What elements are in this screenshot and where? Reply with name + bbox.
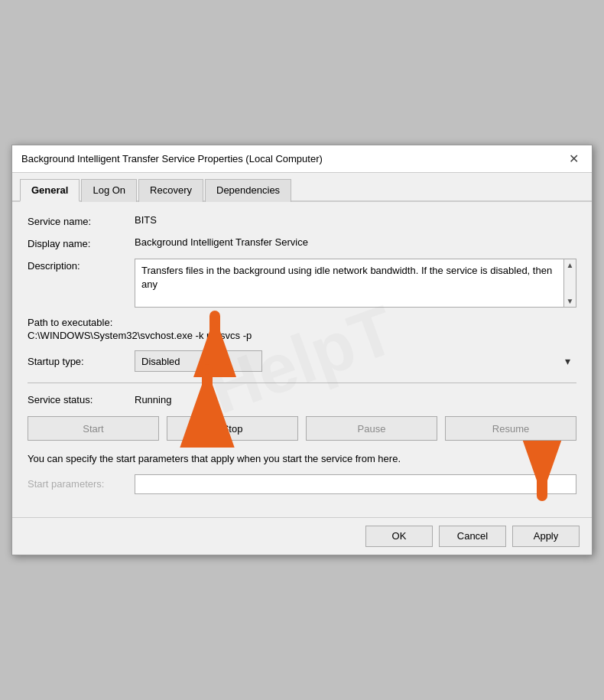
- scroll-down-arrow[interactable]: ▼: [567, 297, 574, 305]
- dialog-content: HelpT Service name: BITS Display name: B…: [12, 202, 592, 517]
- tab-general[interactable]: General: [20, 179, 80, 202]
- hint-text: You can specify the start parameters tha…: [28, 451, 576, 467]
- bottom-bar: OK Cancel Apply: [12, 517, 592, 555]
- display-name-label: Display name:: [28, 236, 135, 249]
- tab-recovery[interactable]: Recovery: [138, 179, 203, 202]
- display-name-row: Display name: Background Intelligent Tra…: [28, 236, 576, 249]
- cancel-button[interactable]: Cancel: [439, 526, 506, 547]
- description-row: Description: Transfers files in the back…: [28, 259, 576, 308]
- resume-button[interactable]: Resume: [445, 416, 576, 441]
- service-control-buttons: Start Stop Pause Resume: [28, 416, 576, 441]
- service-status-row: Service status: Running: [28, 394, 576, 405]
- scroll-up-arrow[interactable]: ▲: [567, 261, 574, 269]
- general-tab-content: Service name: BITS Display name: Backgro…: [12, 202, 592, 517]
- stop-button[interactable]: Stop: [167, 416, 298, 441]
- start-params-label: Start parameters:: [28, 478, 135, 490]
- startup-type-select-wrapper: Automatic Automatic (Delayed Start) Manu…: [135, 350, 576, 372]
- apply-button[interactable]: Apply: [512, 526, 580, 547]
- path-value: C:\WINDOWS\System32\svchost.exe -k netsv…: [28, 330, 576, 341]
- properties-dialog: Background Intelligent Transfer Service …: [11, 145, 593, 555]
- close-button[interactable]: ✕: [564, 150, 583, 168]
- ok-button[interactable]: OK: [365, 526, 433, 547]
- startup-type-select[interactable]: Automatic Automatic (Delayed Start) Manu…: [135, 350, 262, 372]
- display-name-value: Background Intelligent Transfer Service: [135, 236, 576, 248]
- service-name-value: BITS: [135, 214, 576, 226]
- startup-type-label: Startup type:: [28, 356, 135, 367]
- path-label: Path to executable:: [28, 317, 576, 328]
- tab-bar: General Log On Recovery Dependencies: [12, 173, 592, 202]
- startup-type-row: Startup type: Automatic Automatic (Delay…: [28, 350, 576, 372]
- description-text: Transfers files in the background using …: [141, 265, 552, 290]
- start-button[interactable]: Start: [28, 416, 159, 441]
- start-params-input[interactable]: [135, 474, 576, 494]
- description-scrollbar[interactable]: ▲ ▼: [563, 259, 576, 307]
- description-label: Description:: [28, 259, 135, 272]
- start-params-row: Start parameters:: [28, 474, 576, 494]
- path-section: Path to executable: C:\WINDOWS\System32\…: [28, 317, 576, 341]
- tab-logon[interactable]: Log On: [81, 179, 137, 202]
- description-box[interactable]: Transfers files in the background using …: [135, 259, 576, 308]
- service-name-row: Service name: BITS: [28, 214, 576, 227]
- pause-button[interactable]: Pause: [306, 416, 437, 441]
- tab-dependencies[interactable]: Dependencies: [205, 179, 291, 202]
- service-name-label: Service name:: [28, 214, 135, 227]
- service-status-value: Running: [135, 394, 171, 405]
- title-bar: Background Intelligent Transfer Service …: [12, 145, 592, 173]
- dialog-title: Background Intelligent Transfer Service …: [21, 153, 323, 164]
- section-divider: [28, 383, 576, 383]
- service-status-label: Service status:: [28, 394, 135, 405]
